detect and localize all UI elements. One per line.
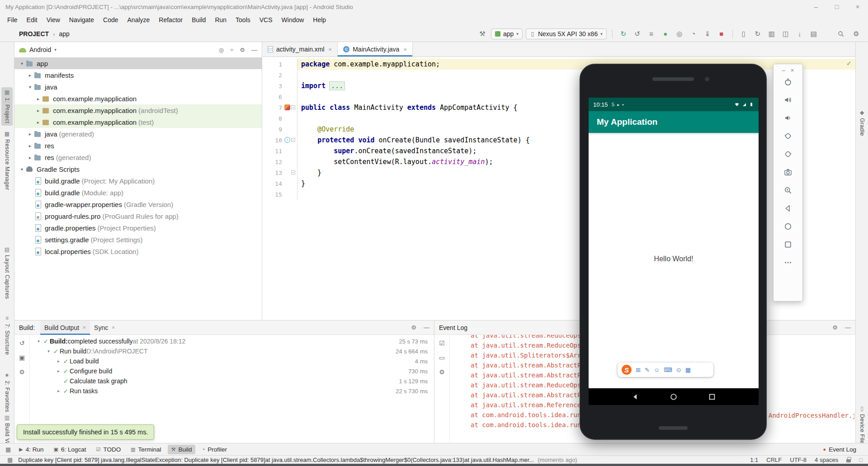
tool-window-button[interactable]: ⚒Build: [168, 445, 196, 454]
emulator-screen[interactable]: 10:15 S▸▪ My Application Hello World! S …: [589, 98, 759, 405]
sdk-manager-icon[interactable]: ↓: [794, 28, 805, 39]
menu-code[interactable]: Code: [99, 14, 123, 25]
menu-edit[interactable]: Edit: [22, 14, 42, 25]
voice-input-icon[interactable]: ✎: [645, 367, 650, 373]
rotate-left-control-icon[interactable]: [783, 132, 793, 141]
editor-tab[interactable]: activity_main.xml×: [262, 42, 338, 56]
tree-row[interactable]: settings.gradle(Project Settings): [14, 234, 262, 245]
volume-up-control-icon[interactable]: [783, 95, 793, 104]
project-tree[interactable]: ▾app▸manifests▾java▸com.example.myapplic…: [14, 57, 262, 257]
build-tab[interactable]: Build Output×: [40, 320, 90, 335]
override-gutter-icon[interactable]: ↑: [284, 137, 290, 143]
fold-marker-icon[interactable]: −: [291, 105, 295, 109]
build-settings-icon[interactable]: ⚙: [411, 324, 416, 331]
tree-row[interactable]: gradle-wrapper.properties(Gradle Version…: [14, 198, 262, 210]
menu-run[interactable]: Run: [210, 14, 231, 25]
zoom-control-icon[interactable]: [783, 186, 793, 195]
hide-panel-icon[interactable]: —: [251, 47, 257, 53]
build-row[interactable]: ▸✓Run tasks22 s 730 ms: [30, 386, 434, 396]
device-select[interactable]: ▯ Nexus 5X API 30 x86 ▾: [526, 28, 607, 39]
build-row[interactable]: ▸✓Load build4 ms: [30, 356, 434, 366]
tree-row[interactable]: ▸res: [14, 140, 262, 151]
menu-analyze[interactable]: Analyze: [123, 14, 155, 25]
clear-log-icon[interactable]: ▭: [439, 354, 445, 361]
battery-status-icon[interactable]: [749, 102, 754, 107]
emu-minimize-button[interactable]: –: [782, 67, 785, 74]
sogou-ime-bar[interactable]: S ⊞✎☺⌨⊙▦: [618, 362, 713, 377]
back-control-icon[interactable]: [783, 204, 793, 213]
eventlog-settings-icon[interactable]: ⚙: [832, 324, 838, 331]
stripe-resource[interactable]: ▩Resource Manager: [1, 129, 13, 193]
lang-toggle-icon[interactable]: ⊞: [636, 367, 641, 373]
menu-file[interactable]: File: [3, 14, 22, 25]
collapse-all-icon[interactable]: ÷: [230, 47, 233, 53]
menu-tools[interactable]: Tools: [231, 14, 255, 25]
tree-row[interactable]: ▸com.example.myapplication(test): [14, 116, 262, 128]
tree-row[interactable]: build.gradle(Project: My Application): [14, 175, 262, 187]
tree-row[interactable]: ▸java(generated): [14, 128, 262, 140]
close-icon[interactable]: ×: [403, 46, 407, 53]
tool-window-button[interactable]: ▶4: Run: [15, 445, 47, 454]
log-settings-icon[interactable]: ⚙: [439, 368, 445, 376]
more-control-icon[interactable]: [783, 258, 793, 267]
search-everywhere-icon[interactable]: [837, 30, 844, 38]
tree-row[interactable]: ▾app: [14, 57, 262, 69]
coverage-icon[interactable]: ◎: [674, 28, 685, 39]
tree-row[interactable]: build.gradle(Module: app): [14, 187, 262, 198]
tool-window-button[interactable]: ▣6: Logcat: [50, 445, 90, 454]
wifi-status-icon[interactable]: [734, 102, 740, 107]
nav-back-button[interactable]: [631, 392, 640, 401]
nav-home-button[interactable]: [669, 392, 678, 401]
build-options-icon[interactable]: ⚙: [19, 368, 25, 376]
build-tab[interactable]: Sync×: [90, 320, 119, 335]
breadcrumb-project[interactable]: PROJECT: [19, 30, 49, 38]
stop-icon[interactable]: ■: [716, 28, 727, 39]
close-icon[interactable]: ×: [112, 325, 115, 331]
camera-control-icon[interactable]: [783, 168, 793, 177]
stripe-gradle[interactable]: ◆Gradle: [856, 108, 868, 138]
rerun-icon[interactable]: ↻: [618, 28, 629, 39]
hide-build-icon[interactable]: —: [424, 324, 429, 331]
build-row[interactable]: ▸✓Configure build730 ms: [30, 366, 434, 376]
run-config-select[interactable]: app ▾: [491, 28, 523, 39]
settings-icon[interactable]: ⚙: [851, 28, 862, 39]
device-manager-icon[interactable]: ▯: [738, 28, 749, 39]
menu-window[interactable]: Window: [277, 14, 309, 25]
sync-gradle-icon[interactable]: ↻: [752, 28, 763, 39]
menu-navigate[interactable]: Navigate: [65, 14, 99, 25]
status-widget[interactable]: CRLF: [766, 457, 782, 463]
signal-status-icon[interactable]: [741, 102, 747, 107]
tree-row[interactable]: ▾Gradle Scripts: [14, 163, 262, 175]
volume-down-control-icon[interactable]: [783, 113, 793, 122]
tree-row[interactable]: ▸res(generated): [14, 151, 262, 163]
stripe-favorites[interactable]: ★2: Favorites: [1, 370, 13, 414]
tree-row[interactable]: local.properties(SDK Location): [14, 245, 262, 257]
menu-view[interactable]: View: [42, 14, 65, 25]
tree-row[interactable]: ▸com.example.myapplication(androidTest): [14, 104, 262, 116]
layers-icon[interactable]: ▣: [19, 354, 25, 361]
locate-file-icon[interactable]: ◎: [219, 47, 224, 53]
overview-control-icon[interactable]: [783, 240, 793, 249]
minimize-button[interactable]: –: [806, 0, 826, 14]
stripe-structure[interactable]: ≡7: Structure: [1, 313, 13, 357]
nav-recents-button[interactable]: [708, 392, 717, 401]
apply-changes-icon[interactable]: ↺: [632, 28, 643, 39]
menu-help[interactable]: Help: [308, 14, 330, 25]
debug-icon[interactable]: ●: [660, 28, 671, 39]
build-row[interactable]: ✓Calculate task graph1 s 129 ms: [30, 376, 434, 386]
menu-vcs[interactable]: VCS: [255, 14, 277, 25]
sogou-logo-icon[interactable]: S: [622, 365, 632, 375]
keyboard-icon[interactable]: ⌨: [664, 367, 672, 373]
emu-close-button[interactable]: ×: [791, 67, 794, 74]
breadcrumb-module[interactable]: app: [59, 30, 69, 38]
attach-debugger-icon[interactable]: ⇓: [702, 28, 713, 39]
profiler-icon[interactable]: ◔: [688, 28, 699, 39]
tree-row[interactable]: ▸manifests: [14, 69, 262, 81]
tool-window-switcher-icon[interactable]: ▦: [4, 446, 13, 453]
hide-eventlog-icon[interactable]: —: [845, 324, 851, 331]
panel-settings-icon[interactable]: ⚙: [240, 47, 245, 53]
build-hammer-icon[interactable]: ⚒: [477, 28, 488, 39]
menu-refactor[interactable]: Refactor: [154, 14, 187, 25]
status-widget[interactable]: 4 spaces: [815, 457, 838, 463]
tree-row[interactable]: ▾java: [14, 81, 262, 93]
